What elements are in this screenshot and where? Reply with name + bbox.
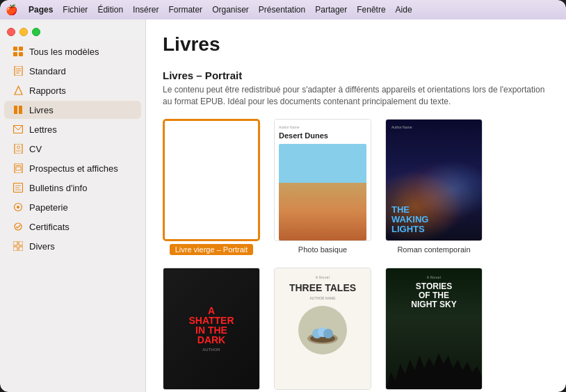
svg-rect-3 [19,52,23,56]
svg-rect-27 [13,247,17,251]
shatter-title-text: ASHATTERIN THEDARK [188,306,234,345]
sidebar-item-divers-label: Divers [29,241,55,252]
waking-title-text: THEWAKINGLIGHTS [391,205,476,235]
sidebar-item-papeterie[interactable]: Papeterie [4,198,141,216]
svg-rect-28 [19,247,23,251]
template-thumb-desert[interactable]: Author Name Desert Dunes [274,119,371,241]
maximize-button[interactable] [32,28,40,36]
sidebar-item-certificats-label: Certificats [29,222,70,232]
svg-rect-25 [13,241,17,245]
sidebar-item-papeterie-label: Papeterie [29,202,68,213]
svg-point-13 [17,146,19,149]
minimize-button[interactable] [19,28,28,36]
certificats-icon [13,221,24,232]
template-three[interactable]: A Novel THREE TALES AUTHOR NAME [274,268,371,392]
template-thumb-shatter[interactable]: ASHATTERIN THEDARK AUTHOR [163,268,260,390]
menubar-inserer[interactable]: Insérer [133,5,159,15]
template-thumb-waking[interactable]: Author Name THEWAKINGLIGHTS [385,119,483,241]
menubar-fichier[interactable]: Fichier [63,5,88,15]
cv-icon [13,143,24,154]
sidebar-item-bulletins-label: Bulletins d'info [29,183,87,193]
template-desert[interactable]: Author Name Desert Dunes Photo basique [274,119,371,255]
template-stories[interactable]: A Novel STORIESOF THENIGHT SKY Stories o… [385,268,483,392]
svg-rect-2 [13,52,17,56]
rapports-icon [13,85,24,96]
desert-author-text: Author Name [279,125,366,129]
svg-point-24 [15,223,22,230]
prospectus-icon [13,163,24,174]
template-shatter[interactable]: ASHATTERIN THEDARK AUTHOR Aventure [163,268,260,392]
svg-point-33 [323,329,333,338]
sidebar-item-rapports-label: Rapports [29,85,66,96]
sidebar-item-livres-label: Livres [29,105,54,115]
menubar-presentation[interactable]: Présentation [259,5,305,15]
divers-icon [13,240,24,252]
three-author-text: AUTHOR NAME [310,296,336,300]
sidebar-item-prospectus-label: Prospectus et affiches [29,163,118,174]
app-window: 🍎 Pages Fichier Édition Insérer Formater… [0,0,566,392]
all-models-icon [13,46,24,57]
waking-author-text: Author Name [391,125,476,129]
menubar-formater[interactable]: Formater [168,5,202,15]
menubar-fenetre[interactable]: Fenêtre [357,5,385,15]
menubar-aide[interactable]: Aide [396,5,412,15]
three-subtitle-text: A Novel [316,275,330,279]
svg-rect-1 [19,47,23,51]
papeterie-icon [13,202,24,213]
template-label-desert: Photo basique [298,245,347,254]
close-button[interactable] [7,28,15,36]
template-badge: Livre vierge – Portrait [170,244,254,255]
sidebar-item-divers[interactable]: Divers [4,237,141,255]
menubar-edition[interactable]: Édition [97,5,123,15]
sidebar-item-livres[interactable]: Livres [4,101,141,119]
shatter-author-text: AUTHOR [202,348,220,352]
bulletins-icon [13,182,24,193]
template-label-waking: Roman contemporain [397,245,470,254]
livres-icon [13,104,24,115]
desert-image [279,144,366,240]
apple-menu-icon[interactable]: 🍎 [6,4,17,15]
stories-forest [386,348,482,389]
template-thumb-stories[interactable]: A Novel STORIESOF THENIGHT SKY [385,268,483,390]
main-content: Livres Livres – Portrait Le contenu peut… [146,19,566,392]
section-description: Le contenu peut être redistribué pour s'… [163,84,549,108]
template-blank[interactable]: Livre vierge – Portrait [163,119,260,255]
desert-title-text: Desert Dunes [279,131,366,140]
three-image [298,306,347,354]
template-thumb-three[interactable]: A Novel THREE TALES AUTHOR NAME [274,268,371,390]
lettres-icon [13,124,24,135]
svg-rect-17 [16,167,21,170]
stories-novel-text: A Novel [427,275,442,279]
sidebar-item-rapports[interactable]: Rapports [4,81,141,99]
sidebar-item-standard-label: Standard [29,66,66,76]
svg-rect-0 [13,47,17,51]
template-waking[interactable]: Author Name THEWAKINGLIGHTS Roman contem… [385,119,483,255]
page-title: Livres [163,33,549,56]
sidebar-item-cv[interactable]: CV [4,140,141,158]
sidebar-item-standard[interactable]: Standard [4,62,141,80]
sidebar-item-bulletins[interactable]: Bulletins d'info [4,179,141,197]
menubar-organiser[interactable]: Organiser [212,5,249,15]
section-title: Livres – Portrait [163,70,549,81]
sidebar-item-all[interactable]: Tous les modèles [4,42,141,60]
stories-title-text: STORIESOF THENIGHT SKY [411,282,456,310]
sidebar-item-prospectus[interactable]: Prospectus et affiches [4,159,141,177]
sidebar-item-certificats[interactable]: Certificats [4,218,141,236]
sidebar-item-lettres-label: Lettres [29,124,57,135]
sidebar: Tous les modèles Standard Rapports Livre… [0,19,146,392]
svg-rect-26 [19,241,23,245]
svg-marker-8 [15,86,22,95]
svg-rect-10 [19,106,22,114]
standard-icon [13,65,24,76]
svg-point-23 [17,206,19,209]
templates-grid: Livre vierge – Portrait Author Name Dese… [163,119,549,392]
sidebar-item-lettres[interactable]: Lettres [4,120,141,138]
template-thumb-blank[interactable] [163,119,260,241]
sidebar-item-cv-label: CV [29,144,42,154]
traffic-lights [0,22,145,42]
three-title-text: THREE TALES [289,282,356,293]
menubar: 🍎 Pages Fichier Édition Insérer Formater… [0,0,566,19]
svg-rect-9 [14,106,17,114]
menubar-pages[interactable]: Pages [29,5,53,15]
menubar-partager[interactable]: Partager [315,5,347,15]
